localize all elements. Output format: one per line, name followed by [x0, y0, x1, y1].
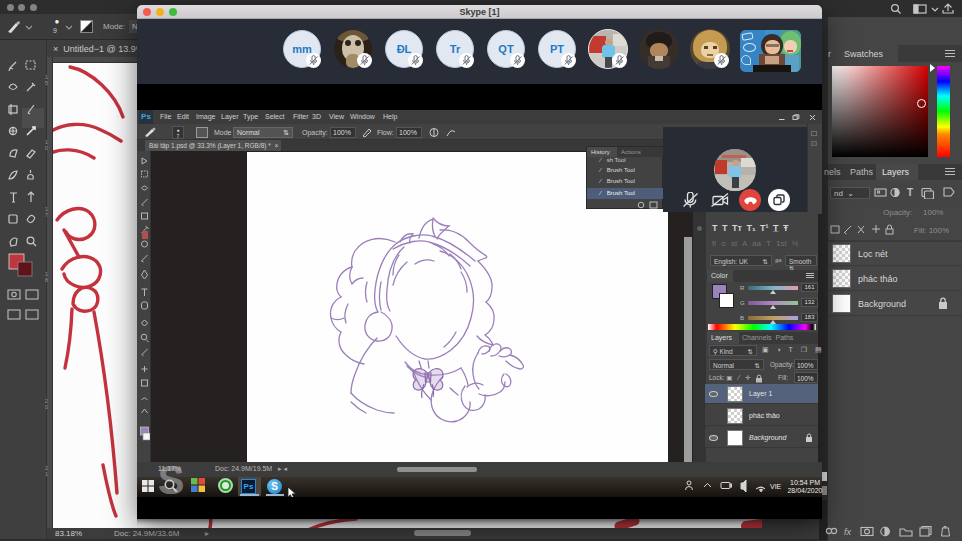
- svg-text:T: T: [907, 187, 913, 198]
- svg-text:fx: fx: [844, 527, 852, 537]
- svg-text:Fill: 100%: Fill: 100%: [914, 226, 949, 235]
